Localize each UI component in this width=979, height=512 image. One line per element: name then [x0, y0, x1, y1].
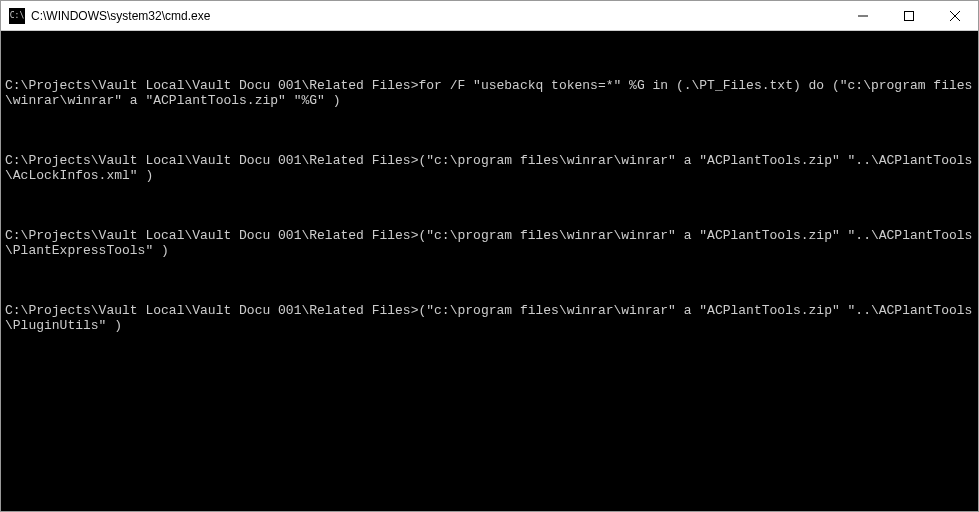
- window-controls: [840, 1, 978, 30]
- console-line: C:\Projects\Vault Local\Vault Docu 001\R…: [5, 63, 974, 108]
- console-line: C:\Projects\Vault Local\Vault Docu 001\R…: [5, 228, 974, 258]
- window-titlebar: C:\ C:\WINDOWS\system32\cmd.exe: [1, 1, 978, 31]
- console-output[interactable]: C:\Projects\Vault Local\Vault Docu 001\R…: [1, 31, 978, 511]
- cmd-icon: C:\: [9, 8, 25, 24]
- maximize-button[interactable]: [886, 1, 932, 30]
- maximize-icon: [904, 11, 914, 21]
- svg-rect-1: [905, 11, 914, 20]
- minimize-icon: [858, 11, 868, 21]
- window-title: C:\WINDOWS\system32\cmd.exe: [31, 9, 840, 23]
- close-button[interactable]: [932, 1, 978, 30]
- minimize-button[interactable]: [840, 1, 886, 30]
- close-icon: [950, 11, 960, 21]
- console-line: C:\Projects\Vault Local\Vault Docu 001\R…: [5, 153, 974, 183]
- console-line: C:\Projects\Vault Local\Vault Docu 001\R…: [5, 303, 974, 333]
